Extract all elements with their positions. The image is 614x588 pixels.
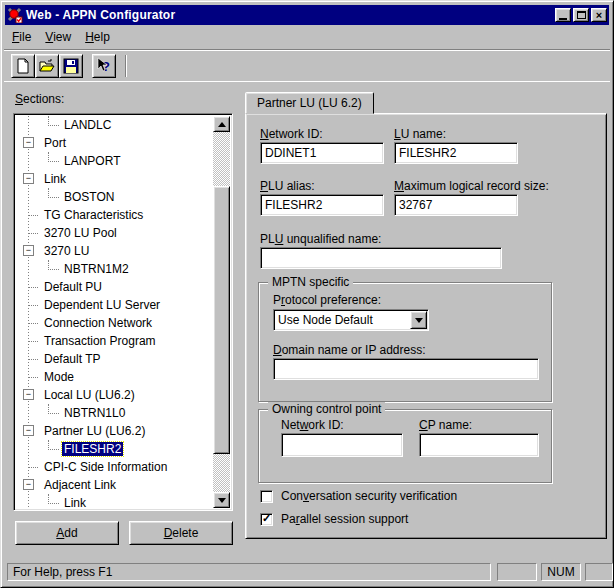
plu-alias-input[interactable] <box>260 194 384 216</box>
tree-item[interactable]: LANDLC <box>16 116 212 134</box>
minimize-icon <box>559 18 567 20</box>
add-button[interactable]: Add <box>15 521 119 545</box>
protocol-preference-value: Use Node Default <box>274 313 410 327</box>
partner-lu-panel: Network ID: LU name: PLU alias: Maximum … <box>245 113 607 539</box>
network-id-input[interactable] <box>260 142 384 164</box>
window-title: Web - APPN Configurator <box>26 8 175 22</box>
tree-item-label[interactable]: Adjacent Link <box>42 478 118 492</box>
collapse-minus-icon[interactable] <box>23 479 34 490</box>
scroll-down-button[interactable] <box>213 492 230 508</box>
tree-item[interactable]: Adjacent Link <box>16 476 212 494</box>
tree-scrollbar[interactable] <box>213 116 230 508</box>
tree-item[interactable]: Port <box>16 134 212 152</box>
tree-item-label[interactable]: Default TP <box>42 352 102 366</box>
tree-item-label[interactable]: 3270 LU Pool <box>42 226 119 240</box>
leaf-connector <box>29 287 38 288</box>
open-button[interactable] <box>35 54 59 78</box>
tree-item[interactable]: Partner LU (LU6.2) <box>16 422 212 440</box>
collapse-minus-icon[interactable] <box>23 425 34 436</box>
tree-item-label[interactable]: Dependent LU Server <box>42 298 162 312</box>
tree-item-label[interactable]: 3270 LU <box>42 244 91 258</box>
parallel-session-checkbox[interactable] <box>260 513 273 526</box>
child-connector <box>48 188 59 198</box>
tree-item[interactable]: NBTRN1M2 <box>16 260 212 278</box>
tree-item-label[interactable]: FILESHR2 <box>62 442 123 456</box>
tree-item[interactable]: Default TP <box>16 350 212 368</box>
lu-name-input[interactable] <box>394 142 518 164</box>
combobox-dropdown-button[interactable] <box>410 311 427 329</box>
tree-item[interactable]: Local LU (LU6.2) <box>16 386 212 404</box>
tree-item-label[interactable]: Link <box>42 172 68 186</box>
tree-item[interactable]: 3270 LU <box>16 242 212 260</box>
delete-button[interactable]: Delete <box>129 521 233 545</box>
child-connector <box>48 494 59 504</box>
tree-item-label[interactable]: LANDLC <box>62 118 113 132</box>
tree-item-label[interactable]: Local LU (LU6.2) <box>42 388 137 402</box>
menu-item-file[interactable]: File <box>5 28 38 46</box>
tree-item[interactable]: 3270 LU Pool <box>16 224 212 242</box>
tree-item-label[interactable]: LANPORT <box>62 154 122 168</box>
tree-item[interactable]: Link <box>16 494 212 508</box>
app-window: Web - APPN Configurator × File View Help <box>0 0 614 588</box>
tree-item-label[interactable]: TG Characteristics <box>42 208 145 222</box>
help-button[interactable]: ? <box>92 54 116 78</box>
tab-label: Partner LU (LU 6.2) <box>257 96 362 110</box>
tree-item-label[interactable]: Link <box>62 496 88 508</box>
context-help-icon: ? <box>95 57 113 75</box>
tree-item-label[interactable]: CPI-C Side Information <box>42 460 169 474</box>
tree-item[interactable]: LANPORT <box>16 152 212 170</box>
tree-item[interactable]: Default PU <box>16 278 212 296</box>
open-folder-icon <box>39 58 55 74</box>
sections-tree-content: LANDLCPortLANPORTLinkBOSTONTG Characteri… <box>16 116 212 508</box>
tree-item[interactable]: FILESHR2 <box>16 440 212 458</box>
sections-tree[interactable]: LANDLCPortLANPORTLinkBOSTONTG Characteri… <box>13 113 233 511</box>
title-bar[interactable]: Web - APPN Configurator × <box>5 5 609 25</box>
collapse-minus-icon[interactable] <box>23 389 34 400</box>
save-button[interactable] <box>59 54 83 78</box>
tree-item-label[interactable]: Port <box>42 136 68 150</box>
tree-item-label[interactable]: NBTRN1L0 <box>62 406 127 420</box>
close-button[interactable]: × <box>591 8 607 22</box>
tree-item-label[interactable]: Default PU <box>42 280 104 294</box>
plu-unqualified-name-label: PLU unqualified name: <box>260 232 381 246</box>
tab-partner-lu[interactable]: Partner LU (LU 6.2) <box>245 92 374 114</box>
collapse-minus-icon[interactable] <box>23 137 34 148</box>
domain-name-input[interactable] <box>273 358 539 380</box>
collapse-minus-icon[interactable] <box>23 245 34 256</box>
tree-item[interactable]: NBTRN1L0 <box>16 404 212 422</box>
domain-name-label: Domain name or IP address: <box>273 343 426 357</box>
scrollbar-thumb[interactable] <box>213 186 230 454</box>
conversation-security-checkbox[interactable] <box>260 490 273 503</box>
tree-item-label[interactable]: Transaction Program <box>42 334 158 348</box>
tree-item-label[interactable]: Connection Network <box>42 316 154 330</box>
tree-item[interactable]: BOSTON <box>16 188 212 206</box>
new-button[interactable] <box>11 54 35 78</box>
tree-item-label[interactable]: NBTRN1M2 <box>62 262 131 276</box>
tree-item[interactable]: Dependent LU Server <box>16 296 212 314</box>
child-connector <box>48 260 59 270</box>
tree-item-label[interactable]: Mode <box>42 370 76 384</box>
menu-item-view[interactable]: View <box>38 28 78 46</box>
plu-unqualified-name-input[interactable] <box>260 247 502 269</box>
collapse-minus-icon[interactable] <box>23 173 34 184</box>
tree-item[interactable]: Connection Network <box>16 314 212 332</box>
tree-item[interactable]: TG Characteristics <box>16 206 212 224</box>
owning-network-id-input[interactable] <box>281 433 403 457</box>
minimize-button[interactable] <box>555 8 571 22</box>
leaf-connector <box>29 215 38 216</box>
max-record-size-input[interactable] <box>394 194 518 216</box>
tree-item-label[interactable]: Partner LU (LU6.2) <box>42 424 147 438</box>
new-document-icon <box>15 58 31 74</box>
conversation-security-row: Conversation security verification <box>260 489 457 503</box>
tree-item[interactable]: Transaction Program <box>16 332 212 350</box>
tree-item[interactable]: CPI-C Side Information <box>16 458 212 476</box>
protocol-preference-combobox[interactable]: Use Node Default <box>273 309 429 331</box>
owning-network-id-label: Network ID: <box>281 418 344 432</box>
maximize-button[interactable] <box>573 8 589 22</box>
scroll-up-button[interactable] <box>213 116 230 132</box>
cp-name-input[interactable] <box>419 433 539 457</box>
tree-item[interactable]: Mode <box>16 368 212 386</box>
menu-item-help[interactable]: Help <box>78 28 117 46</box>
tree-item[interactable]: Link <box>16 170 212 188</box>
tree-item-label[interactable]: BOSTON <box>62 190 116 204</box>
